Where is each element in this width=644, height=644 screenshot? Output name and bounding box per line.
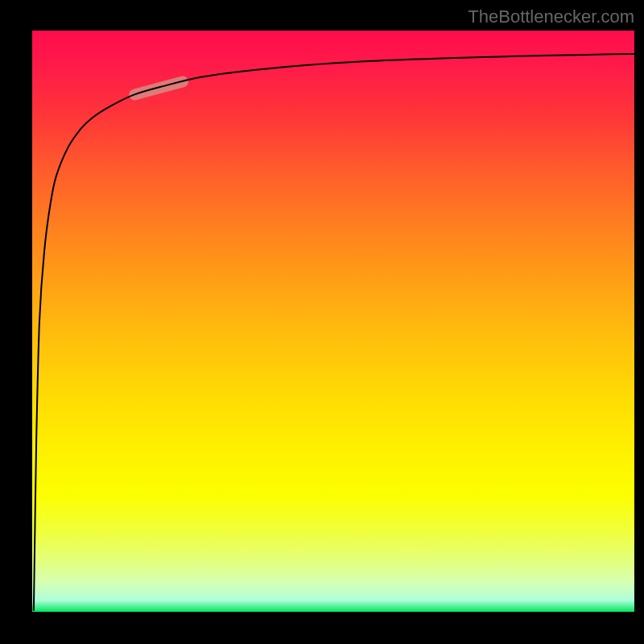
bottleneck-curve-line [34,54,634,610]
attribution-text: TheBottlenecker.com [468,6,634,27]
chart-svg [32,31,634,612]
chart-plot-area [32,31,634,612]
